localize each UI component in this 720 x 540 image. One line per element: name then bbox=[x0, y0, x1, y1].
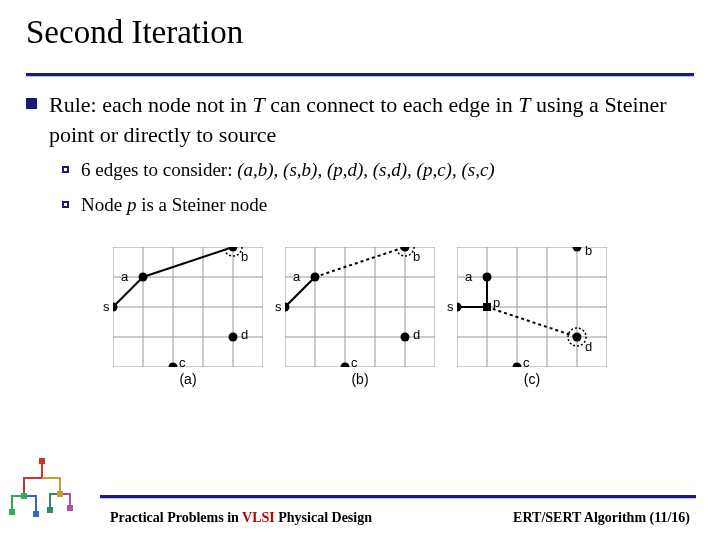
svg-point-56 bbox=[513, 362, 522, 367]
svg-point-35 bbox=[341, 362, 350, 367]
svg-point-14 bbox=[139, 272, 148, 281]
label-d: d bbox=[241, 327, 248, 342]
caption-a: (a) bbox=[179, 371, 196, 387]
label-d: d bbox=[413, 327, 420, 342]
grid-svg-a bbox=[113, 247, 263, 367]
grid-c: a b s p d c bbox=[457, 247, 607, 367]
rule-text: Rule: each node not in T can connect to … bbox=[49, 90, 694, 149]
svg-line-12 bbox=[143, 247, 233, 277]
svg-point-36 bbox=[401, 332, 410, 341]
svg-point-17 bbox=[229, 332, 238, 341]
sub2-prefix: Node bbox=[81, 194, 127, 215]
title-underline bbox=[26, 73, 694, 76]
sub2-suffix: is a Steiner node bbox=[136, 194, 267, 215]
svg-rect-60 bbox=[57, 491, 63, 497]
sub2-text: Node p is a Steiner node bbox=[81, 192, 267, 219]
hollow-square-bullet-icon bbox=[62, 166, 69, 173]
footer-left-post: Physical Design bbox=[275, 510, 372, 525]
svg-point-33 bbox=[311, 272, 320, 281]
bullet-main: Rule: each node not in T can connect to … bbox=[26, 90, 694, 149]
square-bullet-icon bbox=[26, 98, 37, 109]
footer: Practical Problems in VLSI Physical Desi… bbox=[0, 510, 720, 526]
footer-right: ERT/SERT Algorithm (11/16) bbox=[513, 510, 690, 526]
slide-title: Second Iteration bbox=[26, 14, 694, 57]
svg-line-31 bbox=[315, 247, 405, 277]
label-b: b bbox=[585, 243, 592, 258]
label-s: s bbox=[275, 299, 282, 314]
footer-left: Practical Problems in VLSI Physical Desi… bbox=[110, 510, 372, 526]
svg-point-34 bbox=[401, 247, 410, 252]
rule-prefix: Rule: each node not in bbox=[49, 92, 252, 117]
svg-line-51 bbox=[487, 307, 577, 337]
svg-point-53 bbox=[457, 302, 462, 311]
sub1-prefix: 6 edges to consider: bbox=[81, 159, 237, 180]
grid-svg-b bbox=[285, 247, 435, 367]
label-d: d bbox=[585, 339, 592, 354]
diagram-row: a b s d c (a) bbox=[26, 247, 694, 387]
footer-vlsi: VLSI bbox=[242, 510, 275, 525]
svg-point-55 bbox=[573, 247, 582, 252]
caption-b: (b) bbox=[351, 371, 368, 387]
rule-T1: T bbox=[252, 92, 264, 117]
svg-point-57 bbox=[573, 332, 582, 341]
subfigure-a: a b s d c (a) bbox=[113, 247, 263, 387]
label-s: s bbox=[447, 299, 454, 314]
label-c: c bbox=[179, 355, 186, 370]
sub2-p: p bbox=[127, 194, 137, 215]
svg-point-15 bbox=[229, 247, 238, 252]
label-s: s bbox=[103, 299, 110, 314]
label-c: c bbox=[351, 355, 358, 370]
sub-bullet-1: 6 edges to consider: (a,b), (s,b), (p,d)… bbox=[62, 157, 694, 184]
sub-bullet-2: Node p is a Steiner node bbox=[62, 192, 694, 219]
grid-a: a b s d c bbox=[113, 247, 263, 367]
subfigure-b: a b s d c (b) bbox=[285, 247, 435, 387]
label-p: p bbox=[493, 295, 500, 310]
rule-T2: T bbox=[518, 92, 530, 117]
sub1-edges: (a,b), (s,b), (p,d), (s,d), (p,c), (s,c) bbox=[237, 159, 494, 180]
footer-left-pre: Practical Problems in bbox=[110, 510, 242, 525]
svg-rect-59 bbox=[39, 458, 45, 464]
label-c: c bbox=[523, 355, 530, 370]
label-b: b bbox=[413, 249, 420, 264]
label-a: a bbox=[121, 269, 128, 284]
label-a: a bbox=[293, 269, 300, 284]
svg-rect-61 bbox=[21, 493, 27, 499]
svg-rect-52 bbox=[483, 303, 491, 311]
hollow-square-bullet-icon bbox=[62, 201, 69, 208]
sub1-text: 6 edges to consider: (a,b), (s,b), (p,d)… bbox=[81, 157, 495, 184]
label-a: a bbox=[465, 269, 472, 284]
subfigure-c: a b s p d c (c) bbox=[457, 247, 607, 387]
slide: Second Iteration Rule: each node not in … bbox=[0, 0, 720, 540]
svg-point-54 bbox=[483, 272, 492, 281]
footer-rule bbox=[100, 495, 696, 498]
rule-mid: can connect to each edge in bbox=[265, 92, 518, 117]
label-b: b bbox=[241, 249, 248, 264]
grid-b: a b s d c bbox=[285, 247, 435, 367]
svg-point-16 bbox=[169, 362, 178, 367]
caption-c: (c) bbox=[524, 371, 540, 387]
